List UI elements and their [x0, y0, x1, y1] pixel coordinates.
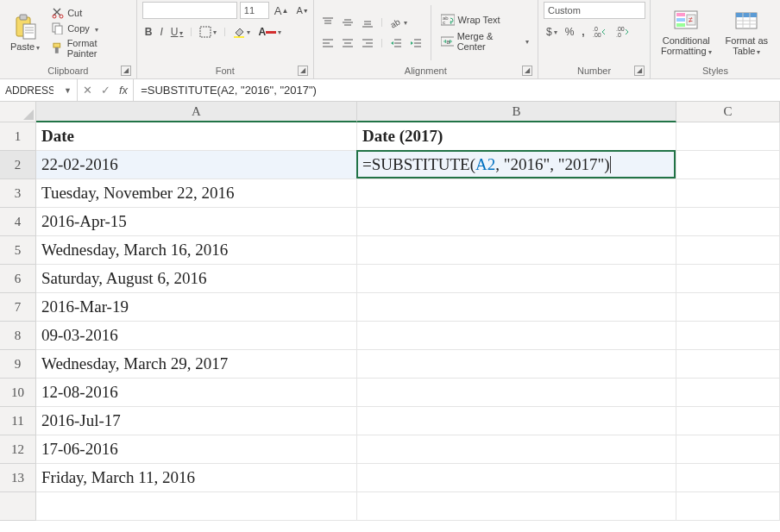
cell-C6[interactable]	[676, 265, 780, 293]
cell-A5[interactable]: Wednesday, March 16, 2016	[36, 236, 357, 265]
row-header-6[interactable]: 6	[0, 265, 36, 293]
column-header-C[interactable]: C	[676, 102, 780, 122]
clipboard-dialog-launcher[interactable]: ◢	[121, 66, 131, 76]
name-box[interactable]: ▼	[0, 79, 78, 101]
enter-formula-button[interactable]: ✓	[101, 84, 110, 97]
insert-function-button[interactable]: fx	[119, 84, 128, 97]
conditional-formatting-button[interactable]: ≠ ConditionalFormatting	[656, 8, 717, 59]
cell-A4[interactable]: 2016-Apr-15	[36, 208, 357, 236]
cell-B4[interactable]	[357, 208, 676, 236]
cell-B3[interactable]	[357, 179, 676, 208]
cell-C12[interactable]	[676, 435, 780, 464]
cell-A7[interactable]: 2016-Mar-19	[36, 293, 357, 322]
cell-B11[interactable]	[357, 407, 676, 435]
cell-A1[interactable]: Date	[36, 122, 357, 151]
font-color-button[interactable]: A	[255, 24, 284, 40]
row-header-9[interactable]: 9	[0, 350, 36, 379]
cell-B12[interactable]	[357, 435, 676, 464]
paste-button[interactable]: Paste	[5, 12, 45, 54]
cell-A12[interactable]: 17-06-2016	[36, 435, 357, 464]
cell-C2[interactable]	[676, 151, 780, 179]
bold-button[interactable]: B	[142, 24, 155, 40]
font-dialog-launcher[interactable]: ◢	[298, 66, 308, 76]
cell-A8[interactable]: 09-03-2016	[36, 322, 357, 350]
cell-A6[interactable]: Saturday, August 6, 2016	[36, 265, 357, 293]
cell-A11[interactable]: 2016-Jul-17	[36, 407, 357, 435]
cell-A13[interactable]: Friday, March 11, 2016	[36, 464, 357, 492]
cell-B2[interactable]: =SUBSTITUTE(A2, "2016", "2017")	[357, 151, 676, 179]
decrease-indent-button[interactable]	[387, 35, 405, 51]
align-right-button[interactable]	[359, 35, 376, 51]
cell-B8[interactable]	[357, 322, 676, 350]
row-header-12[interactable]: 12	[0, 435, 36, 464]
wrap-text-button[interactable]: abc Wrap Text	[437, 13, 532, 27]
cell-C14[interactable]	[676, 492, 780, 521]
cell-C5[interactable]	[676, 236, 780, 265]
name-box-dropdown[interactable]: ▼	[59, 86, 77, 95]
decrease-decimal-button[interactable]: .00.0	[613, 24, 634, 40]
row-header-7[interactable]: 7	[0, 293, 36, 322]
formula-input[interactable]	[134, 79, 780, 101]
increase-indent-button[interactable]	[407, 35, 425, 51]
align-left-button[interactable]	[319, 35, 337, 51]
copy-button[interactable]: Copy	[48, 22, 131, 35]
comma-button[interactable]: ,	[579, 24, 587, 40]
select-all-corner[interactable]	[0, 102, 36, 122]
row-header-1[interactable]: 1	[0, 122, 36, 151]
name-box-input[interactable]	[0, 79, 59, 101]
fill-color-button[interactable]	[230, 24, 253, 40]
font-size-input[interactable]	[240, 2, 269, 19]
align-top-button[interactable]	[319, 15, 337, 30]
row-header-14[interactable]	[0, 492, 36, 521]
cell-C13[interactable]	[676, 464, 780, 492]
cell-C9[interactable]	[676, 350, 780, 379]
row-header-8[interactable]: 8	[0, 322, 36, 350]
cell-C8[interactable]	[676, 322, 780, 350]
cell-C4[interactable]	[676, 208, 780, 236]
cell-B14[interactable]	[357, 492, 676, 521]
orientation-button[interactable]: ab	[387, 15, 410, 30]
currency-button[interactable]: $	[544, 24, 560, 40]
cell-B10[interactable]	[357, 379, 676, 407]
cell-C7[interactable]	[676, 293, 780, 322]
row-header-10[interactable]: 10	[0, 379, 36, 407]
format-painter-button[interactable]: Format Painter	[48, 37, 131, 59]
underline-button[interactable]: U	[168, 24, 186, 40]
cell-B6[interactable]	[357, 265, 676, 293]
cell-B9[interactable]	[357, 350, 676, 379]
row-header-11[interactable]: 11	[0, 407, 36, 435]
increase-decimal-button[interactable]: .0.00	[590, 24, 611, 40]
cancel-formula-button[interactable]: ✕	[83, 84, 92, 97]
cell-C10[interactable]	[676, 379, 780, 407]
align-center-button[interactable]	[339, 35, 356, 51]
cell-C11[interactable]	[676, 407, 780, 435]
decrease-font-button[interactable]: A▼	[293, 3, 311, 17]
column-header-B[interactable]: B	[357, 102, 676, 122]
column-header-A[interactable]: A	[36, 102, 357, 122]
cell-A3[interactable]: Tuesday, November 22, 2016	[36, 179, 357, 208]
number-format-select[interactable]	[544, 2, 645, 19]
cell-B7[interactable]	[357, 293, 676, 322]
cell-C3[interactable]	[676, 179, 780, 208]
alignment-dialog-launcher[interactable]: ◢	[522, 66, 532, 76]
font-name-input[interactable]	[142, 2, 237, 19]
merge-center-button[interactable]: a Merge & Center	[437, 30, 532, 53]
cell-A10[interactable]: 12-08-2016	[36, 379, 357, 407]
percent-button[interactable]: %	[563, 24, 577, 40]
cell-A14[interactable]	[36, 492, 357, 521]
format-as-table-button[interactable]: Format asTable	[720, 8, 774, 59]
cell-C1[interactable]	[676, 122, 780, 151]
align-middle-button[interactable]	[339, 15, 356, 30]
row-header-13[interactable]: 13	[0, 464, 36, 492]
cell-B13[interactable]	[357, 464, 676, 492]
cell-B1[interactable]: Date (2017)	[357, 122, 676, 151]
row-header-5[interactable]: 5	[0, 236, 36, 265]
align-bottom-button[interactable]	[359, 15, 376, 30]
italic-button[interactable]: I	[157, 24, 165, 40]
cell-B5[interactable]	[357, 236, 676, 265]
cell-A2[interactable]: 22-02-2016	[36, 151, 357, 179]
row-header-3[interactable]: 3	[0, 179, 36, 208]
border-button[interactable]	[197, 24, 219, 40]
number-dialog-launcher[interactable]: ◢	[634, 66, 645, 76]
cut-button[interactable]: Cut	[48, 6, 131, 20]
